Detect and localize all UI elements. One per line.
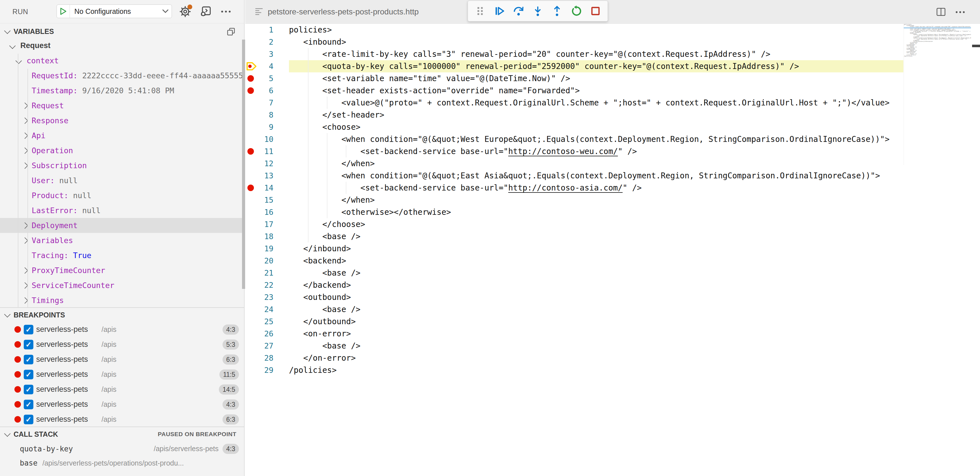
- code-line-16[interactable]: <otherwise></otherwise>: [289, 206, 451, 218]
- breakpoint-checkbox[interactable]: ✓: [24, 340, 33, 349]
- breakpoint-row[interactable]: ✓serverless-pets/apis14:5: [0, 382, 242, 397]
- breakpoint-checkbox[interactable]: ✓: [24, 355, 33, 364]
- chevron-down-icon[interactable]: [16, 58, 22, 64]
- gutter-line-22[interactable]: 22: [245, 279, 274, 291]
- gutter-line-21[interactable]: 21: [245, 267, 274, 279]
- chevron-right-icon[interactable]: [22, 117, 28, 124]
- start-debug-icon[interactable]: [57, 5, 70, 18]
- variable-row-LastError[interactable]: LastError: null: [0, 203, 242, 218]
- gutter-line-2[interactable]: 2: [245, 36, 274, 48]
- gutter-line-7[interactable]: 7: [245, 97, 274, 109]
- code-link[interactable]: http://contoso-weu.com/: [508, 147, 618, 156]
- breakpoint-checkbox[interactable]: ✓: [24, 400, 33, 409]
- code-link[interactable]: http://contoso-asia.com/: [508, 183, 623, 192]
- copy-value-icon[interactable]: [226, 27, 236, 38]
- breakpoint-row[interactable]: ✓serverless-pets/apis4:3: [0, 397, 242, 412]
- chevron-right-icon[interactable]: [22, 103, 28, 109]
- code-line-8[interactable]: </set-header>: [289, 109, 384, 121]
- breakpoint-row[interactable]: ✓serverless-pets/apis6:3: [0, 412, 242, 427]
- variable-row-Deployment[interactable]: Deployment: [0, 218, 242, 233]
- gutter-line-24[interactable]: 24: [245, 303, 274, 316]
- code-line-10[interactable]: <when condition="@(&quot;West Europe&quo…: [289, 133, 889, 145]
- callstack-section-header[interactable]: CALL STACK PAUSED ON BREAKPOINT: [0, 427, 242, 441]
- code-line-9[interactable]: <choose>: [289, 121, 361, 133]
- variable-row-Response[interactable]: Response: [0, 113, 242, 128]
- step-over-icon[interactable]: [511, 3, 526, 19]
- continue-icon[interactable]: [492, 3, 506, 19]
- variable-row-Product[interactable]: Product: null: [0, 188, 242, 203]
- variable-row-Variables[interactable]: Variables: [0, 233, 242, 248]
- step-out-icon[interactable]: [550, 3, 564, 19]
- chevron-right-icon[interactable]: [22, 267, 28, 274]
- gutter-line-29[interactable]: 29: [245, 364, 274, 376]
- code-line-7[interactable]: <value>@("proto=" + context.Request.Orig…: [289, 97, 889, 109]
- callstack-frame[interactable]: quota-by-key/apis/serverless-pets4:3: [0, 442, 242, 456]
- breakpoint-dot-icon[interactable]: [247, 87, 254, 94]
- split-editor-icon[interactable]: [936, 7, 946, 17]
- gutter-line-27[interactable]: 27: [245, 340, 274, 352]
- variable-row-Request[interactable]: Request: [0, 98, 242, 113]
- code-line-4[interactable]: <quota-by-key calls="1000000" renewal-pe…: [289, 60, 799, 72]
- variables-section-header[interactable]: VARIABLES: [0, 24, 242, 38]
- gutter-line-11[interactable]: 11: [245, 145, 274, 157]
- variable-row-context[interactable]: context: [0, 53, 242, 68]
- gutter-line-15[interactable]: 15: [245, 194, 274, 206]
- variable-row-Timestamp[interactable]: Timestamp: 9/16/2020 5:41:08 PM: [0, 83, 242, 98]
- editor-more-actions-icon[interactable]: [955, 8, 966, 17]
- gutter-line-20[interactable]: 20: [245, 255, 274, 267]
- breakpoint-row[interactable]: ✓serverless-pets/apis5:3: [0, 337, 242, 352]
- variable-row-RequestId[interactable]: RequestId: 2222cccc-33dd-eeee-ff44-aaaaa…: [0, 68, 242, 83]
- gutter-line-10[interactable]: 10: [245, 133, 274, 145]
- callstack-frame[interactable]: base/apis/serverless-pets/operations/pos…: [0, 456, 242, 470]
- gutter-line-16[interactable]: 16: [245, 206, 274, 218]
- toolbar-drag-handle[interactable]: [473, 3, 487, 19]
- gutter-line-1[interactable]: 1: [245, 24, 274, 36]
- breakpoint-checkbox[interactable]: ✓: [24, 385, 33, 394]
- gutter-line-9[interactable]: 9: [245, 121, 274, 133]
- chevron-right-icon[interactable]: [22, 297, 28, 304]
- gutter-line-28[interactable]: 28: [245, 352, 274, 364]
- variable-row-Tracing[interactable]: Tracing: True: [0, 248, 242, 263]
- variable-row-Api[interactable]: Api: [0, 128, 242, 143]
- breakpoint-checkbox[interactable]: ✓: [24, 370, 33, 379]
- variable-row-ServiceTimeCounter[interactable]: ServiceTimeCounter: [0, 278, 242, 293]
- gutter-line-3[interactable]: 3: [245, 48, 274, 60]
- code-line-15[interactable]: </when>: [289, 194, 375, 206]
- chevron-right-icon[interactable]: [22, 162, 28, 169]
- gutter-line-25[interactable]: 25: [245, 316, 274, 328]
- code-line-11[interactable]: <set-backend-service base-url="http://co…: [289, 145, 637, 157]
- gutter-line-6[interactable]: 6: [245, 84, 274, 97]
- variable-row-Operation[interactable]: Operation: [0, 143, 242, 158]
- chevron-down-icon[interactable]: [10, 43, 16, 49]
- restart-icon[interactable]: [569, 3, 583, 19]
- code-line-24[interactable]: <base />: [289, 303, 361, 316]
- code-line-12[interactable]: </when>: [289, 157, 375, 170]
- code-line-29[interactable]: /policies>: [289, 364, 337, 376]
- code-line-20[interactable]: <backend>: [289, 255, 346, 267]
- code-line-19[interactable]: </inbound>: [289, 243, 351, 255]
- variable-row-Timings[interactable]: Timings: [0, 293, 242, 308]
- gutter-line-18[interactable]: 18: [245, 230, 274, 243]
- code-line-27[interactable]: <base />: [289, 340, 361, 352]
- gear-icon[interactable]: [178, 4, 193, 19]
- breakpoint-checkbox[interactable]: ✓: [24, 325, 33, 335]
- minimap[interactable]: policies> <inbound> <rate-limit-by-key c…: [904, 24, 971, 165]
- gutter-line-4[interactable]: 4: [245, 60, 274, 72]
- code-line-22[interactable]: </backend>: [289, 279, 351, 291]
- breakpoint-row[interactable]: ✓serverless-pets/apis6:3: [0, 352, 242, 367]
- variable-row-User[interactable]: User: null: [0, 173, 242, 188]
- gutter-line-5[interactable]: 5: [245, 72, 274, 84]
- chevron-right-icon[interactable]: [22, 133, 28, 139]
- chevron-down-icon[interactable]: [159, 9, 172, 14]
- chevron-right-icon[interactable]: [22, 148, 28, 154]
- debug-console-icon[interactable]: [198, 4, 213, 19]
- breakpoint-row[interactable]: ✓serverless-pets/apis11:5: [0, 367, 242, 382]
- code-line-26[interactable]: <on-error>: [289, 328, 351, 340]
- code-line-25[interactable]: </outbound>: [289, 316, 356, 328]
- stop-icon[interactable]: [589, 3, 603, 19]
- gutter-line-23[interactable]: 23: [245, 291, 274, 303]
- gutter-line-14[interactable]: 14: [245, 182, 274, 194]
- code-line-18[interactable]: <base />: [289, 230, 361, 243]
- code-line-1[interactable]: policies>: [289, 24, 332, 36]
- gutter-line-17[interactable]: 17: [245, 218, 274, 230]
